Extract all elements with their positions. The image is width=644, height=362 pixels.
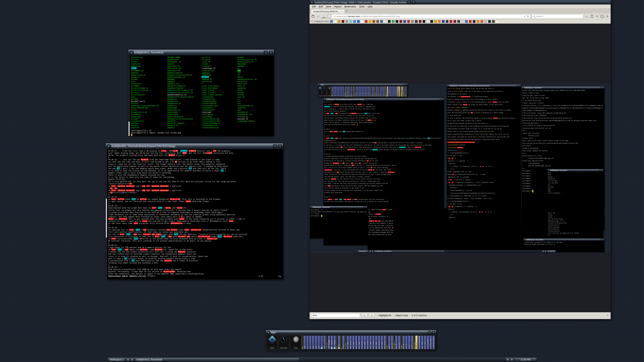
find-previous-button[interactable]: ∧: [362, 313, 367, 318]
screen2014-image[interactable]: ▾Mgm□× space Thu 19:08 22 May 100%cpu0cp…: [310, 83, 610, 252]
iconify-icon[interactable]: ▾: [267, 331, 270, 334]
bookmark-favicon[interactable]: [488, 20, 491, 23]
bookmark-favicon[interactable]: [411, 20, 414, 23]
home-icon[interactable]: ⌂: [316, 14, 320, 18]
bookmark-favicon[interactable]: [342, 20, 344, 23]
maximize-icon[interactable]: □: [408, 1, 411, 4]
hello-icon[interactable]: ☺: [600, 15, 604, 18]
bookmark-favicon[interactable]: [346, 20, 348, 23]
close-icon[interactable]: ×: [432, 331, 435, 334]
terminal1-scrollbar[interactable]: [128, 55, 130, 136]
firefox-titlebar[interactable]: ▾ screen2014.png (PNG Image, 2560 × 1440…: [310, 0, 611, 4]
terminal-window-blogs[interactable]: ▾ knill@knill11: /home/knill/web1/www/CO…: [106, 143, 283, 280]
menu-file[interactable]: File: [310, 5, 318, 8]
maximize-icon[interactable]: □: [428, 331, 431, 334]
firefox-navbar[interactable]: ⌂ ↓ ← ⊕ www.math.harvard.edu/~knill/tech…: [310, 13, 611, 19]
bookmark-favicon[interactable]: [334, 20, 336, 23]
reload-icon[interactable]: ↻: [526, 15, 529, 18]
bookmark-favicon[interactable]: [473, 20, 476, 23]
bookmark-favicon[interactable]: [454, 20, 456, 23]
menu-tools[interactable]: Tools: [358, 5, 366, 8]
close-icon[interactable]: ×: [412, 1, 415, 4]
new-tab-button[interactable]: +: [346, 9, 348, 13]
bookmark-favicon[interactable]: [376, 20, 379, 23]
mgm-window[interactable]: ▾ Mgm □ × knill11 Sun 23:53 3 May 100%cp…: [266, 330, 436, 350]
maximize-icon[interactable]: □: [264, 51, 268, 55]
terminal1-content[interactable]: db2latex.pldcclockdchestdeadlinksdeb2tar…: [128, 55, 274, 136]
terminal2-content[interactable]: 05-03-15: :: Tried the first time a 4K d…: [106, 149, 283, 279]
bookmarks-menu-icon[interactable]: [590, 14, 594, 18]
bookmark-favicon[interactable]: [438, 20, 441, 23]
firefox-menubar[interactable]: FileEditViewHistoryBookmarksToolsHelp: [310, 4, 611, 8]
find-close-icon[interactable]: ×: [607, 314, 608, 317]
bookmark-favicon[interactable]: [400, 20, 402, 23]
task-prev-icon[interactable]: ◀: [506, 358, 510, 361]
bookmark-favicon[interactable]: [330, 20, 333, 23]
back-button[interactable]: ←: [327, 14, 332, 18]
iconify-icon[interactable]: ▾: [129, 51, 133, 55]
bookmark-favicon[interactable]: [372, 20, 375, 23]
bookmark-star-icon[interactable]: ☆: [584, 14, 588, 18]
bookmark-favicon[interactable]: [384, 20, 387, 23]
bookmark-favicon[interactable]: [368, 20, 371, 23]
menu-history[interactable]: History: [332, 5, 343, 8]
workspace-indicator[interactable]: Workspace 1: [108, 358, 125, 361]
bookmark-favicon[interactable]: [365, 20, 368, 23]
downloads-icon[interactable]: ↓: [322, 15, 326, 18]
bookmark-favicon[interactable]: [442, 20, 444, 23]
close-icon[interactable]: ×: [278, 144, 282, 148]
bookmark-favicon[interactable]: [338, 20, 340, 23]
bookmark-favicon[interactable]: [357, 20, 360, 23]
bookmark-favicon[interactable]: [465, 20, 468, 23]
firefox-window[interactable]: ▾ screen2014.png (PNG Image, 2560 × 1440…: [310, 0, 611, 319]
workspace-prev-icon[interactable]: ◀: [126, 358, 130, 361]
bookmark-favicon[interactable]: [349, 20, 352, 23]
terminal-window-home[interactable]: ▾ knill@knill11: /home/knill □ × db2late…: [128, 50, 274, 136]
share-icon[interactable]: ✈: [595, 14, 599, 18]
bookmarks-toolbar[interactable]: Coding Da Vinci: [310, 19, 611, 24]
bookmark-favicon[interactable]: [457, 20, 460, 23]
iconify-icon[interactable]: ▾: [107, 144, 111, 148]
bookmark-favicon[interactable]: [496, 20, 498, 23]
match-case-button[interactable]: Match Case: [396, 314, 408, 317]
bookmark-favicon[interactable]: [477, 20, 479, 23]
print-icon[interactable]: [311, 14, 315, 18]
firefox-tabbar[interactable]: screen2014.png (PNG Im... × +: [310, 8, 611, 13]
menu-help[interactable]: Help: [366, 5, 374, 8]
bookmark-favicon[interactable]: [392, 20, 394, 23]
bookmark-favicon[interactable]: [434, 20, 437, 23]
bookmark-favicon[interactable]: [450, 20, 452, 23]
bookmark-favicon[interactable]: [469, 20, 472, 23]
task-next-icon[interactable]: ▶: [510, 358, 514, 361]
menu-bookmarks[interactable]: Bookmarks: [343, 5, 358, 8]
bookmark-coding-da-vinci[interactable]: Coding Da Vinci: [311, 20, 329, 23]
bookmark-favicon[interactable]: [422, 20, 425, 23]
terminal2-titlebar[interactable]: ▾ knill@knill11: /home/knill/web1/www/CO…: [106, 143, 283, 149]
bookmark-favicon[interactable]: [380, 20, 383, 23]
maximize-icon[interactable]: □: [273, 144, 277, 148]
bookmark-favicon[interactable]: [396, 20, 398, 23]
tab-screen2014[interactable]: screen2014.png (PNG Im... ×: [311, 9, 345, 13]
bookmark-favicon[interactable]: [461, 20, 464, 23]
menu-edit[interactable]: Edit: [318, 5, 324, 8]
bookmark-favicon[interactable]: [492, 20, 495, 23]
url-dropdown-icon[interactable]: ▾: [524, 15, 525, 17]
bookmark-favicon[interactable]: [426, 20, 429, 23]
url-bar[interactable]: ⊕ www.math.harvard.edu/~knill/technology…: [330, 14, 531, 18]
find-bar[interactable]: ∧ ∨ Highlight All Match Case 3 of 8 matc…: [310, 312, 611, 318]
highlight-all-button[interactable]: Highlight All: [379, 314, 391, 317]
search-bar[interactable]: Search: [532, 14, 583, 18]
find-input[interactable]: [311, 313, 360, 318]
workspace-next-icon[interactable]: ▶: [130, 358, 134, 361]
bookmark-favicon[interactable]: [403, 20, 406, 23]
terminal1-titlebar[interactable]: ▾ knill@knill11: /home/knill □ ×: [128, 50, 274, 55]
browser-viewport[interactable]: ▾Mgm□× space Thu 19:08 22 May 100%cpu0cp…: [310, 24, 611, 312]
mgm-titlebar[interactable]: ▾ Mgm □ ×: [266, 330, 436, 335]
bookmark-favicon[interactable]: [419, 20, 422, 23]
iconify-icon[interactable]: ▾: [310, 1, 314, 4]
find-next-button[interactable]: ∨: [369, 313, 375, 318]
menu-view[interactable]: View: [324, 5, 332, 8]
bookmark-favicon[interactable]: [353, 20, 356, 23]
bookmark-favicon[interactable]: [407, 20, 410, 23]
bookmark-favicon[interactable]: [415, 20, 418, 23]
